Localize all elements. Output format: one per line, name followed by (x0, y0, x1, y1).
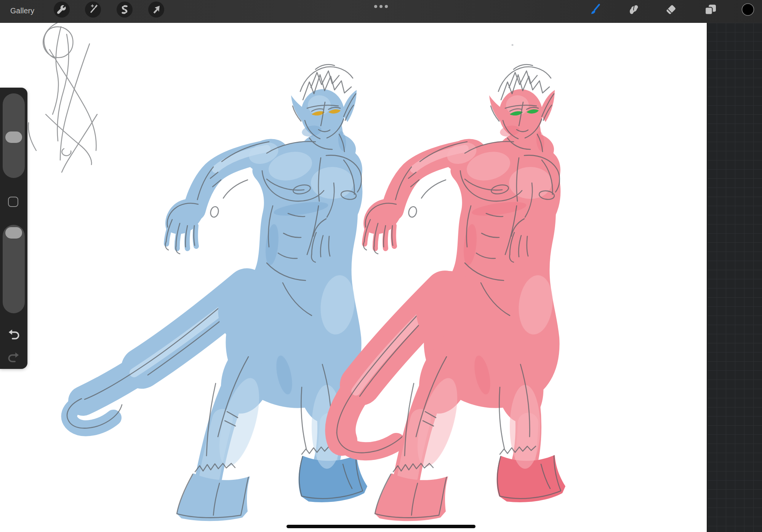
home-indicator[interactable] (287, 525, 475, 528)
layers-button[interactable] (703, 2, 719, 18)
canvas[interactable] (0, 23, 708, 532)
canvas-outside-area (708, 23, 762, 532)
smudge-icon (626, 2, 642, 18)
actions-button[interactable] (54, 2, 70, 18)
layers-icon (703, 2, 719, 18)
more-options-icon[interactable] (372, 4, 390, 9)
color-swatch (740, 2, 756, 18)
opacity-slider[interactable] (3, 225, 25, 313)
opacity-handle[interactable] (5, 227, 22, 239)
magic-wand-icon (86, 3, 100, 16)
paint-brush-icon (587, 2, 603, 18)
top-toolbar: Gallery (0, 0, 762, 23)
wrench-icon (55, 3, 69, 16)
eraser-icon (663, 2, 679, 18)
undo-button[interactable] (6, 327, 21, 341)
redo-icon (6, 350, 21, 364)
selection-s-icon (118, 3, 131, 16)
paint-tool-button[interactable] (587, 2, 603, 18)
side-toolbar (0, 88, 27, 369)
brush-size-handle[interactable] (5, 131, 22, 143)
redo-button[interactable] (6, 350, 21, 364)
brush-size-slider[interactable] (3, 93, 25, 178)
adjustments-button[interactable] (85, 2, 101, 18)
modify-button[interactable] (8, 197, 18, 207)
color-button[interactable] (740, 2, 756, 18)
transform-arrow-icon (149, 3, 163, 16)
gallery-button[interactable]: Gallery (10, 0, 34, 23)
erase-tool-button[interactable] (663, 2, 679, 18)
smudge-tool-button[interactable] (626, 2, 642, 18)
selection-button[interactable] (117, 2, 133, 18)
transform-button[interactable] (148, 2, 164, 18)
undo-icon (6, 327, 21, 341)
procreate-window: Gallery (0, 0, 762, 532)
